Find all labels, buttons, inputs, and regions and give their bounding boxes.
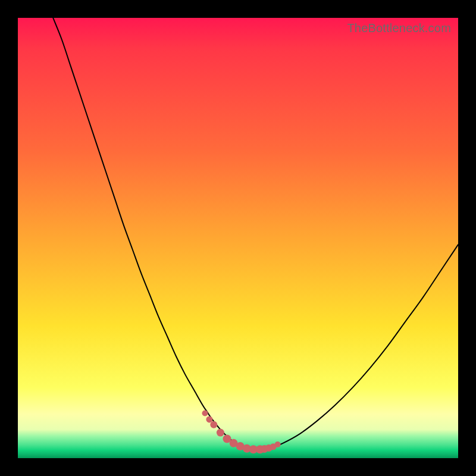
plot-area: TheBottleneck.com: [18, 18, 458, 458]
marker-dot: [217, 429, 224, 437]
bottleneck-curve: [53, 18, 458, 449]
marker-dot: [202, 411, 208, 416]
outer-frame: TheBottleneck.com: [0, 0, 476, 476]
marker-dot: [210, 421, 217, 428]
chart-svg: [18, 18, 458, 458]
marker-group: [202, 411, 281, 454]
marker-dot: [275, 441, 281, 447]
marker-dot: [206, 416, 212, 422]
